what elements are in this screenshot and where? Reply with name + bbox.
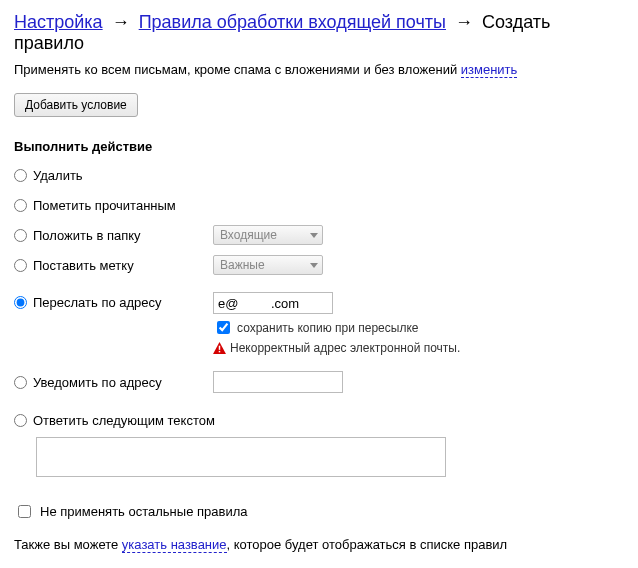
label-delete: Удалить xyxy=(33,168,213,183)
option-set-label: Поставить метку Важные xyxy=(14,254,624,276)
keep-copy-label: сохранить копию при пересылке xyxy=(237,321,418,335)
chevron-down-icon xyxy=(310,263,318,268)
label-forward: Переслать по адресу xyxy=(33,292,213,310)
label-move-to-folder: Положить в папку xyxy=(33,228,213,243)
radio-move-to-folder[interactable] xyxy=(14,229,27,242)
keep-copy-checkbox[interactable] xyxy=(217,321,230,334)
forward-error-text: Некорректный адрес электронной почты. xyxy=(230,341,460,355)
radio-delete[interactable] xyxy=(14,169,27,182)
applies-text: Применять ко всем письмам, кроме спама с… xyxy=(14,62,461,77)
label-select-value: Важные xyxy=(220,258,265,272)
label-notify: Уведомить по адресу xyxy=(33,375,213,390)
folder-select[interactable]: Входящие xyxy=(213,225,323,245)
dont-apply-row: Не применять остальные правила xyxy=(14,502,624,521)
radio-reply[interactable] xyxy=(14,414,27,427)
option-notify: Уведомить по адресу xyxy=(14,371,624,393)
option-reply: Ответить следующим текстом xyxy=(14,409,624,484)
add-condition-button[interactable]: Добавить условие xyxy=(14,93,138,117)
option-move-to-folder: Положить в папку Входящие xyxy=(14,224,624,246)
radio-forward[interactable] xyxy=(14,296,27,309)
applies-to: Применять ко всем письмам, кроме спама с… xyxy=(14,62,624,77)
warning-icon xyxy=(213,342,226,354)
label-select[interactable]: Важные xyxy=(213,255,323,275)
dont-apply-label: Не применять остальные правила xyxy=(40,504,247,519)
breadcrumb-sep: → xyxy=(112,12,130,32)
radio-set-label[interactable] xyxy=(14,259,27,272)
also-text: Также вы можете указать название, которо… xyxy=(14,537,624,552)
breadcrumb-rules[interactable]: Правила обработки входящей почты xyxy=(139,12,446,32)
breadcrumb: Настройка → Правила обработки входящей п… xyxy=(14,12,624,54)
label-mark-read: Пометить прочитанным xyxy=(33,198,213,213)
chevron-down-icon xyxy=(310,233,318,238)
forward-address-input[interactable] xyxy=(213,292,333,314)
option-mark-read: Пометить прочитанным xyxy=(14,194,624,216)
set-name-link[interactable]: указать название xyxy=(122,537,227,553)
radio-notify[interactable] xyxy=(14,376,27,389)
label-reply: Ответить следующим текстом xyxy=(33,413,624,428)
svg-rect-1 xyxy=(219,346,220,350)
option-delete: Удалить xyxy=(14,164,624,186)
breadcrumb-sep: → xyxy=(455,12,473,32)
also-before: Также вы можете xyxy=(14,537,122,552)
radio-mark-read[interactable] xyxy=(14,199,27,212)
dont-apply-checkbox[interactable] xyxy=(18,505,31,518)
folder-select-value: Входящие xyxy=(220,228,277,242)
change-link[interactable]: изменить xyxy=(461,62,518,78)
option-forward: Переслать по адресу сохранить копию при … xyxy=(14,292,624,355)
notify-address-input[interactable] xyxy=(213,371,343,393)
label-set-label: Поставить метку xyxy=(33,258,213,273)
reply-textarea[interactable] xyxy=(36,437,446,477)
breadcrumb-settings[interactable]: Настройка xyxy=(14,12,103,32)
also-after: , которое будет отображаться в списке пр… xyxy=(227,537,508,552)
svg-rect-2 xyxy=(219,351,220,352)
action-heading: Выполнить действие xyxy=(14,139,624,154)
